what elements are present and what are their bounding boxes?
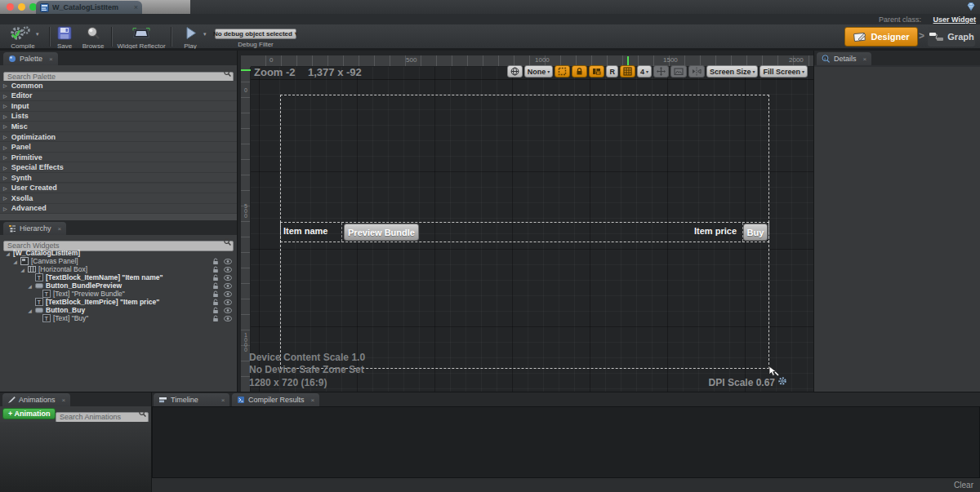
compile-options-caret-icon[interactable]: ▾: [36, 31, 39, 38]
hierarchy-row[interactable]: T[TextBlock_ItemPrice] "Item price": [2, 298, 235, 306]
palette-category-panel[interactable]: ▷Panel: [0, 142, 237, 153]
palette-category-lists[interactable]: ▷Lists: [0, 112, 237, 122]
expander-arrow-icon[interactable]: ▷: [3, 165, 7, 171]
close-window-button[interactable]: [7, 3, 14, 11]
expander-arrow-icon[interactable]: ▷: [3, 144, 7, 150]
lock-icon[interactable]: [212, 282, 219, 290]
expander-arrow-icon[interactable]: ▷: [3, 195, 7, 201]
grid-snap-size-dropdown[interactable]: 4▾: [637, 65, 652, 78]
compiler-results-log[interactable]: [152, 406, 980, 478]
transform-mode-button[interactable]: [653, 65, 669, 78]
expander-arrow-icon[interactable]: ◢: [20, 267, 25, 273]
hierarchy-row[interactable]: ◢[Horizontal Box]: [2, 265, 235, 273]
visibility-eye-icon[interactable]: [224, 275, 232, 281]
details-tab-close-icon[interactable]: ×: [863, 55, 867, 63]
widget-item-name-text[interactable]: Item name: [283, 226, 327, 236]
lock-icon[interactable]: [212, 290, 219, 298]
localization-preview-button[interactable]: [507, 65, 523, 78]
expander-arrow-icon[interactable]: ◢: [5, 250, 11, 256]
visibility-eye-icon[interactable]: [224, 259, 232, 264]
expander-arrow-icon[interactable]: ▷: [3, 175, 7, 180]
lock-icon[interactable]: [212, 258, 219, 265]
tab-details[interactable]: i Details ×: [817, 52, 871, 65]
palette-category-synth[interactable]: ▷Synth: [0, 173, 237, 184]
browse-button[interactable]: Browse: [78, 26, 108, 47]
play-button[interactable]: ▾ Play: [174, 26, 210, 47]
tab-palette[interactable]: Palette ×: [3, 52, 58, 65]
visibility-eye-icon[interactable]: [224, 267, 232, 273]
tab-hierarchy[interactable]: Hierarchy ×: [3, 222, 66, 235]
graph-mode-button[interactable]: Graph: [928, 27, 975, 47]
compile-button[interactable]: ▾ Compile: [5, 26, 47, 47]
dpi-settings-gear-icon[interactable]: [777, 376, 787, 386]
respect-locks-button[interactable]: R: [606, 65, 618, 78]
parent-class-link[interactable]: User Widget: [933, 16, 976, 24]
palette-category-editor[interactable]: ▷Editor: [0, 91, 237, 102]
grid-snap-button[interactable]: [620, 65, 635, 78]
preview-background-button[interactable]: [670, 65, 687, 78]
visibility-eye-icon[interactable]: [224, 316, 232, 321]
widget-item-price-text[interactable]: Item price: [694, 226, 737, 236]
hierarchy-row[interactable]: ◢[Canvas Panel]: [2, 257, 235, 265]
play-options-caret-icon[interactable]: ▾: [203, 31, 207, 38]
palette-category-misc[interactable]: ▷Misc: [0, 122, 237, 132]
hierarchy-row[interactable]: T[TextBlock_ItemName] "Item name": [2, 273, 235, 281]
palette-category-optimization[interactable]: ▷Optimization: [0, 132, 237, 143]
palette-tab-close-icon[interactable]: ×: [49, 55, 53, 63]
palette-category-input[interactable]: ▷Input: [0, 101, 237, 112]
expander-arrow-icon[interactable]: ▷: [3, 154, 7, 160]
palette-category-advanced[interactable]: ▷Advanced: [0, 204, 237, 215]
designer-canvas[interactable]: 0500100015002000 05001000 Zoom -2 1,377 …: [238, 51, 814, 392]
expander-arrow-icon[interactable]: ▷: [3, 113, 7, 119]
outline-mode-button[interactable]: [589, 65, 604, 78]
lock-widgets-button[interactable]: [572, 65, 587, 78]
visibility-eye-icon[interactable]: [224, 308, 232, 313]
flip-preview-button[interactable]: [688, 65, 705, 78]
lock-icon[interactable]: [212, 274, 219, 281]
designer-mode-button[interactable]: Designer: [844, 27, 918, 47]
debug-object-dropdown[interactable]: No debug object selected ▾: [215, 29, 296, 39]
animations-tab-close-icon[interactable]: ×: [62, 397, 66, 404]
visibility-eye-icon[interactable]: [224, 283, 232, 289]
lock-icon[interactable]: [212, 307, 219, 314]
visibility-eye-icon[interactable]: [224, 299, 232, 305]
palette-category-special-effects[interactable]: ▷Special Effects: [0, 162, 237, 173]
hierarchy-row[interactable]: T[Text] "Preview Bundle": [2, 290, 235, 298]
fill-screen-dropdown[interactable]: Fill Screen▾: [760, 65, 808, 78]
widget-preview-bundle-button[interactable]: Preview Bundle: [344, 224, 419, 241]
lock-icon[interactable]: [212, 299, 219, 306]
hierarchy-tab-close-icon[interactable]: ×: [58, 225, 62, 233]
expander-arrow-icon[interactable]: ▷: [3, 103, 7, 109]
hierarchy-row[interactable]: ◢Button_BundlePreview: [2, 281, 235, 290]
minimize-window-button[interactable]: [18, 3, 25, 11]
expander-arrow-icon[interactable]: ▷: [3, 123, 7, 129]
animations-list[interactable]: [0, 422, 151, 492]
lock-icon[interactable]: [212, 315, 219, 322]
expander-arrow-icon[interactable]: ▷: [3, 185, 7, 191]
expander-arrow-icon[interactable]: ▷: [3, 206, 7, 211]
expander-arrow-icon[interactable]: ▷: [3, 82, 7, 88]
expander-arrow-icon[interactable]: ▷: [3, 93, 7, 99]
expander-arrow-icon[interactable]: ◢: [27, 283, 33, 289]
tab-timeline[interactable]: Timeline ×: [154, 393, 229, 406]
hierarchy-row[interactable]: ◢[W_CatalogListItem]: [2, 249, 235, 257]
palette-category-primitive[interactable]: ▷Primitive: [0, 153, 237, 163]
screen-size-dropdown[interactable]: Screen Size▾: [706, 65, 759, 78]
hierarchy-row[interactable]: T[Text] "Buy": [2, 314, 235, 322]
widget-reflector-button[interactable]: Widget Reflector: [114, 26, 169, 47]
widget-buy-button[interactable]: Buy: [743, 224, 768, 241]
palette-category-common[interactable]: ▷Common: [0, 81, 237, 91]
clear-log-button[interactable]: Clear: [954, 481, 973, 490]
palette-category-user-created[interactable]: ▷User Created: [0, 184, 237, 194]
visibility-eye-icon[interactable]: [224, 291, 232, 297]
animations-search[interactable]: [56, 408, 149, 423]
hierarchy-row[interactable]: ◢Button_Buy: [2, 306, 235, 314]
horizontal-box-outline[interactable]: Item name Preview Bundle Item price Buy: [280, 222, 769, 242]
asset-tab[interactable]: W_CatalogListItem ×: [36, 1, 142, 14]
compiler-results-tab-close-icon[interactable]: ×: [311, 397, 315, 404]
add-animation-button[interactable]: + Animation: [2, 408, 56, 419]
expander-arrow-icon[interactable]: ▷: [3, 134, 7, 140]
expander-arrow-icon[interactable]: ◢: [27, 308, 33, 313]
lock-icon[interactable]: [212, 266, 219, 273]
expander-arrow-icon[interactable]: ◢: [12, 259, 18, 264]
